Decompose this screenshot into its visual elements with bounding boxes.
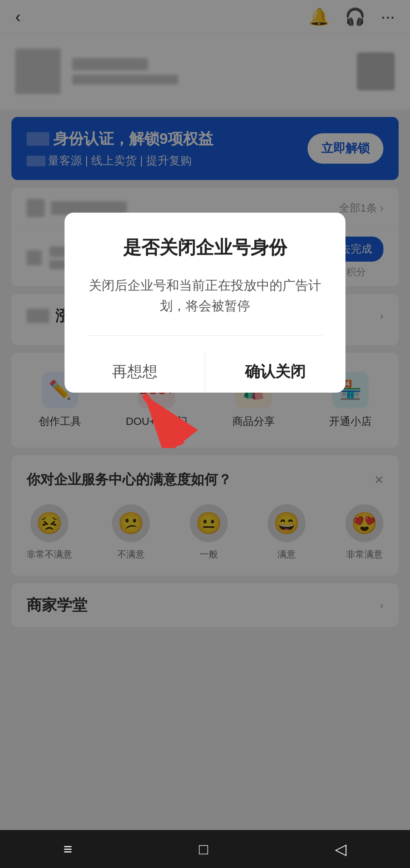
modal-title: 是否关闭企业号身份 [87,235,323,260]
bottom-menu-icon[interactable]: ≡ [63,841,72,858]
modal-overlay[interactable] [0,0,410,830]
bottom-home-icon[interactable]: □ [199,841,208,858]
modal-confirm-button[interactable]: 确认关闭 [205,351,346,393]
modal-cancel-button[interactable]: 再想想 [65,351,205,393]
bottom-nav: ≡ □ ◁ [0,830,410,868]
modal-dialog: 是否关闭企业号身份 关闭后企业号和当前正在投放中的广告计划，将会被暂停 再想想 … [65,213,345,393]
modal-description: 关闭后企业号和当前正在投放中的广告计划，将会被暂停 [87,275,323,316]
bottom-back-icon[interactable]: ◁ [335,840,347,858]
